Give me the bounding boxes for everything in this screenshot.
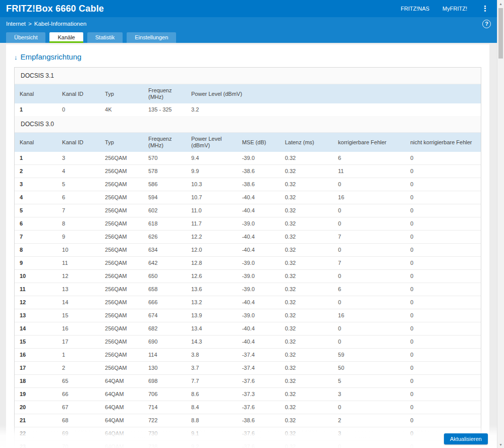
table-cell: 256QAM xyxy=(100,335,143,349)
table-cell: 13.6 xyxy=(186,283,237,296)
table-cell: 9 xyxy=(15,257,57,270)
table-cell: 9.4 xyxy=(186,152,237,165)
table-cell: 21 xyxy=(15,414,57,427)
tab-einstellungen[interactable]: Einstellungen xyxy=(127,32,176,43)
overflow-menu-icon[interactable]: ⋮ xyxy=(480,4,490,13)
tab-uebersicht[interactable]: Übersicht xyxy=(6,32,45,43)
channel-tables: DOCSIS 3.1 KanalKanal IDTypFrequenz (MHz… xyxy=(14,67,481,448)
table-cell: 3 xyxy=(57,152,100,165)
table-cell: 8 xyxy=(57,217,100,231)
table-cell: 10 xyxy=(57,244,100,257)
scrollbar-thumb[interactable] xyxy=(498,8,503,59)
table-cell: 256QAM xyxy=(100,204,143,217)
table-cell: 9.2 xyxy=(186,440,237,448)
table-cell: 13 xyxy=(15,309,57,322)
table-row: 810256QAM63412.0-40.40.3200 xyxy=(15,244,481,257)
table-cell: 0 xyxy=(405,270,481,283)
help-icon[interactable]: ? xyxy=(482,20,491,28)
table-cell: 658 xyxy=(143,283,186,296)
table-row: 57256QAM60211.0-40.40.3200 xyxy=(15,204,481,217)
table-cell: 8.4 xyxy=(186,401,237,414)
table-cell: 16 xyxy=(333,309,405,322)
breadcrumb-page: Kabel-Informationen xyxy=(34,21,87,27)
table-row: 1416256QAM68213.4-40.40.3200 xyxy=(15,322,481,335)
column-header: Power Level (dBmV) xyxy=(186,84,481,103)
table-cell: 12.6 xyxy=(186,270,237,283)
table-cell: 0.32 xyxy=(280,178,333,191)
column-header: Kanal xyxy=(15,133,57,152)
table-cell: 5 xyxy=(57,178,100,191)
docsis31-header-row: KanalKanal IDTypFrequenz (MHz)Power Leve… xyxy=(15,84,481,103)
table-cell: 3.7 xyxy=(186,362,237,375)
table-cell: 67 xyxy=(57,401,100,414)
table-cell: 11 xyxy=(57,257,100,270)
table-cell: 594 xyxy=(143,191,186,204)
tab-kanaele[interactable]: Kanäle xyxy=(49,32,83,43)
breadcrumb-internet[interactable]: Internet xyxy=(6,21,26,27)
table-row: 1315256QAM67413.9-39.00.32160 xyxy=(15,309,481,322)
table-cell: -39.0 xyxy=(237,283,280,296)
section-toggle-empfangsrichtung[interactable]: ↓ Empfangsrichtung xyxy=(14,52,485,61)
table-row: 1214256QAM66613.2-40.40.3200 xyxy=(15,296,481,309)
table-row: 46256QAM59410.7-40.40.32160 xyxy=(15,191,481,204)
column-header: Power Level (dBmV) xyxy=(186,133,237,152)
fritznas-link[interactable]: FRITZ!NAS xyxy=(401,6,429,12)
top-links: FRITZ!NAS MyFRITZ! ⋮ xyxy=(401,4,490,13)
table-cell: 0.32 xyxy=(280,375,333,388)
table-cell: 256QAM xyxy=(100,296,143,309)
table-cell: 50 xyxy=(333,362,405,375)
table-cell: 13.9 xyxy=(186,309,237,322)
table-cell: 642 xyxy=(143,257,186,270)
table-cell: -39.0 xyxy=(237,217,280,231)
table-cell: 0 xyxy=(405,322,481,335)
table-cell: 256QAM xyxy=(100,231,143,244)
table-cell: 0.32 xyxy=(280,401,333,414)
table-cell: 0.32 xyxy=(280,414,333,427)
refresh-button[interactable]: Aktualisieren xyxy=(444,433,488,444)
table-cell: 256QAM xyxy=(100,217,143,231)
table-cell: 0 xyxy=(405,257,481,270)
table-cell: 0.32 xyxy=(280,335,333,349)
table-cell: 5 xyxy=(15,204,57,217)
table-cell: 7 xyxy=(15,231,57,244)
table-cell: -40.4 xyxy=(237,191,280,204)
table-cell: 0 xyxy=(405,401,481,414)
table-cell: 0 xyxy=(405,388,481,401)
table-cell: -40.4 xyxy=(237,335,280,349)
scrollbar-up-icon[interactable]: ▲ xyxy=(497,0,504,7)
table-row: 237064QAM7389.2-37.60.3200 xyxy=(15,440,481,448)
table-cell: 14.3 xyxy=(186,335,237,349)
table-cell: 64QAM xyxy=(100,414,143,427)
table-cell: 64QAM xyxy=(100,375,143,388)
table-cell: 0.32 xyxy=(280,440,333,448)
table-cell: 0.32 xyxy=(280,204,333,217)
table-cell: 11.7 xyxy=(186,217,237,231)
scrollbar-down-icon[interactable]: ▼ xyxy=(497,441,504,448)
table-cell: 17 xyxy=(57,335,100,349)
table-cell: 0 xyxy=(333,270,405,283)
table-cell: 0 xyxy=(333,217,405,231)
page: FRITZ!Box 6660 Cable FRITZ!NAS MyFRITZ! … xyxy=(0,0,497,448)
table-cell: 114 xyxy=(143,349,186,362)
table-cell: 9.9 xyxy=(186,165,237,178)
table-row: 186564QAM6987.7-37.60.3250 xyxy=(15,375,481,388)
table-cell: 714 xyxy=(143,401,186,414)
table-cell: 650 xyxy=(143,270,186,283)
table-cell: 12.2 xyxy=(186,231,237,244)
table-cell: 0 xyxy=(333,178,405,191)
tab-statistik[interactable]: Statistik xyxy=(87,32,123,43)
breadcrumb-separator: > xyxy=(28,21,32,27)
scrollbar[interactable]: ▲ ▼ xyxy=(497,0,504,448)
table-cell: -38.6 xyxy=(237,165,280,178)
table-cell: 8 xyxy=(15,244,57,257)
table-cell: 1 xyxy=(15,103,57,116)
table-cell: 11 xyxy=(15,283,57,296)
table-cell: 135 - 325 xyxy=(143,103,186,116)
table-cell: 4K xyxy=(100,103,143,116)
table-cell: 16 xyxy=(57,322,100,335)
table-cell: 4 xyxy=(15,191,57,204)
table-row: 13256QAM5709.4-39.00.3260 xyxy=(15,152,481,165)
table-cell: 666 xyxy=(143,296,186,309)
table-cell: -37.4 xyxy=(237,362,280,375)
myfritz-link[interactable]: MyFRITZ! xyxy=(442,6,467,12)
